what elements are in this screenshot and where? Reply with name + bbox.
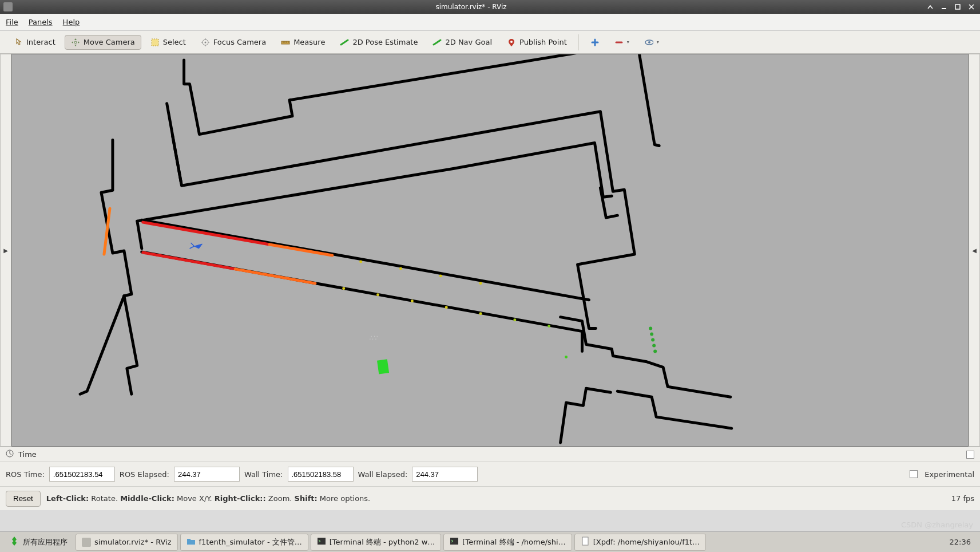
svg-rect-30 <box>318 538 326 545</box>
wall-time-label: Wall Time: <box>244 470 283 479</box>
svg-point-14 <box>342 287 345 290</box>
taskbar-item-filemanager[interactable]: f1tenth_simulator - 文件管… <box>180 534 308 551</box>
pose-estimate-button[interactable]: 2D Pose Estimate <box>334 36 423 49</box>
svg-rect-1 <box>955 5 960 9</box>
measure-label: Measure <box>293 38 325 46</box>
svg-point-2 <box>74 41 77 44</box>
svg-point-19 <box>513 318 516 321</box>
right-panel-toggle[interactable]: ◀ <box>969 54 980 447</box>
remove-button[interactable]: ▾ <box>609 36 635 49</box>
focus-camera-button[interactable]: Focus Camera <box>195 36 272 49</box>
focus-camera-label: Focus Camera <box>213 38 266 46</box>
wall-elapsed-label: Wall Elapsed: <box>358 470 408 479</box>
svg-point-7 <box>510 41 513 43</box>
clock-icon <box>6 450 14 459</box>
document-icon <box>581 537 590 547</box>
svg-rect-3 <box>152 39 158 46</box>
svg-point-10 <box>359 260 362 263</box>
svg-point-5 <box>204 41 206 43</box>
move-camera-icon <box>71 38 80 47</box>
app-icon <box>3 2 13 11</box>
taskbar-clock: 22:36 <box>944 538 977 546</box>
wall-elapsed-field[interactable] <box>412 467 478 482</box>
left-panel-toggle[interactable]: ▶ <box>0 54 11 447</box>
fps-readout: 17 fps <box>951 494 974 503</box>
svg-point-15 <box>376 293 379 296</box>
viewport-container: ▶ <box>0 54 980 447</box>
svg-rect-32 <box>582 537 588 545</box>
terminal-icon <box>317 537 326 547</box>
svg-text:∴∵: ∴∵ <box>370 334 378 342</box>
svg-point-25 <box>652 344 656 348</box>
taskbar-item-rviz[interactable]: simulator.rviz* - RViz <box>76 534 178 551</box>
menu-bar: File Panels Help <box>0 14 980 31</box>
plus-icon <box>590 38 600 47</box>
publish-point-button[interactable]: Publish Point <box>501 36 573 49</box>
measure-icon <box>281 38 290 47</box>
svg-point-12 <box>439 274 442 277</box>
svg-rect-0 <box>942 8 946 9</box>
publish-point-icon <box>507 38 516 47</box>
time-panel-dock-button[interactable] <box>966 451 974 459</box>
ros-time-label: ROS Time: <box>6 470 45 479</box>
terminal-icon <box>450 537 459 547</box>
svg-point-21 <box>565 356 568 358</box>
svg-rect-27 <box>377 359 389 374</box>
ros-elapsed-label: ROS Elapsed: <box>120 470 169 479</box>
ros-elapsed-field[interactable] <box>174 467 240 482</box>
svg-point-11 <box>399 267 402 270</box>
window-title: simulator.rviz* - RViz <box>17 3 925 11</box>
svg-point-9 <box>648 41 650 44</box>
menu-help[interactable]: Help <box>63 18 80 26</box>
window-shade-button[interactable] <box>925 2 935 11</box>
measure-button[interactable]: Measure <box>275 36 331 49</box>
experimental-checkbox[interactable] <box>910 470 918 478</box>
taskbar-item-terminal2[interactable]: [Terminal 终端 - /home/shi… <box>443 534 572 551</box>
svg-point-18 <box>479 312 482 315</box>
wall-time-field[interactable] <box>288 467 354 482</box>
views-button[interactable]: ▾ <box>638 36 665 49</box>
move-camera-button[interactable]: Move Camera <box>65 35 141 50</box>
rviz-3d-viewport[interactable]: ∴∵ <box>11 54 969 447</box>
menu-file[interactable]: File <box>6 18 18 26</box>
minus-icon <box>614 38 624 47</box>
window-titlebar: simulator.rviz* - RViz <box>0 0 980 14</box>
window-minimize-button[interactable] <box>939 2 949 11</box>
mouse-hints: Left-Click: Rotate. Middle-Click: Move X… <box>46 494 946 503</box>
time-panel: Time ROS Time: ROS Elapsed: Wall Time: W… <box>0 447 980 510</box>
window-close-button[interactable] <box>966 2 977 11</box>
taskbar-item-terminal1[interactable]: [Terminal 终端 - python2 w… <box>311 534 442 551</box>
interact-label: Interact <box>26 38 55 46</box>
focus-camera-icon <box>201 38 210 47</box>
map-visualization: ∴∵ <box>12 54 968 446</box>
interact-icon <box>14 38 23 47</box>
select-icon <box>150 38 160 47</box>
taskbar-item-xpdf[interactable]: [Xpdf: /home/shiyanlou/f1t… <box>574 534 706 551</box>
nav-goal-button[interactable]: 2D Nav Goal <box>427 36 498 49</box>
toolbar: Interact Move Camera Select Focus Camera… <box>0 31 980 54</box>
svg-point-23 <box>650 333 653 336</box>
select-label: Select <box>163 38 186 46</box>
window-maximize-button[interactable] <box>953 2 963 11</box>
svg-point-24 <box>651 338 654 342</box>
svg-rect-31 <box>450 538 458 545</box>
nav-goal-icon <box>433 38 442 47</box>
add-button[interactable] <box>585 36 605 49</box>
taskbar-apps-menu[interactable]: 所有应用程序 <box>3 534 73 551</box>
apps-icon <box>9 536 19 548</box>
nav-goal-label: 2D Nav Goal <box>445 38 492 46</box>
svg-point-20 <box>547 325 550 328</box>
select-button[interactable]: Select <box>145 36 192 49</box>
desktop-taskbar: 所有应用程序 simulator.rviz* - RViz f1tenth_si… <box>0 531 980 552</box>
pose-estimate-icon <box>340 38 349 47</box>
publish-point-label: Publish Point <box>519 38 567 46</box>
svg-point-13 <box>479 282 482 285</box>
svg-point-26 <box>653 349 657 353</box>
interact-button[interactable]: Interact <box>8 36 61 49</box>
menu-panels[interactable]: Panels <box>29 18 53 26</box>
reset-button[interactable]: Reset <box>6 491 41 507</box>
ros-time-field[interactable] <box>49 467 115 482</box>
watermark-text: CSDN @zhangrelay <box>901 521 973 529</box>
time-panel-title: Time <box>18 450 37 459</box>
experimental-label: Experimental <box>925 470 974 479</box>
